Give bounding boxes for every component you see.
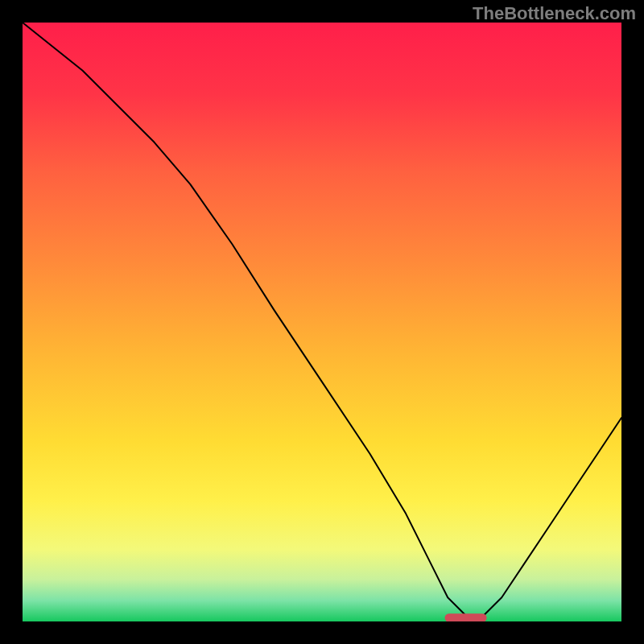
bottleneck-chart (23, 23, 621, 621)
gradient-background (23, 23, 621, 621)
watermark-text: TheBottleneck.com (473, 3, 636, 24)
optimal-marker (445, 613, 487, 621)
